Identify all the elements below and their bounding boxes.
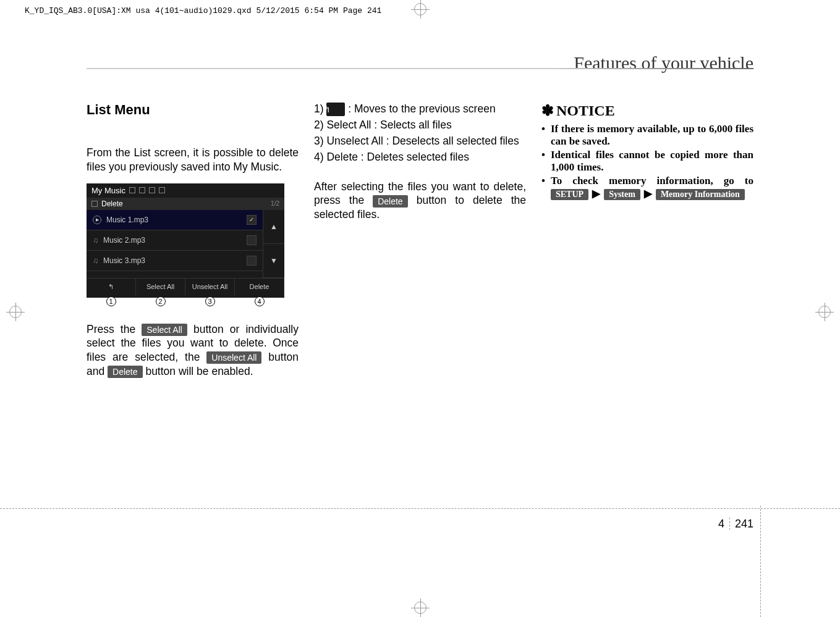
list-item-3[interactable]: ♫ Music 3.mp3	[87, 251, 263, 271]
my-music-screenshot: My Music Delete 1/2 ▶ Music 1.mp3 ✓	[87, 183, 284, 298]
bluetooth-icon	[129, 187, 135, 193]
note-icon: ♫	[93, 256, 98, 265]
notice-bullet-2: Identical files cannot be copied more th…	[541, 149, 753, 174]
system-inline-button: System	[604, 189, 640, 200]
checkbox-3[interactable]	[247, 256, 257, 266]
left-register-mark	[6, 303, 25, 321]
bottom-register-mark	[411, 598, 430, 617]
callout-2: 2	[156, 296, 166, 306]
play-icon: ▶	[93, 216, 101, 224]
trim-dashed-line	[0, 508, 840, 509]
column-2: 1) ↰ : Moves to the previous screen 2) S…	[314, 102, 526, 379]
callout-4: 4	[255, 296, 265, 306]
file-name-3: Music 3.mp3	[103, 256, 145, 265]
unselect-all-button[interactable]: Unselect All 3	[185, 279, 235, 295]
callout-1: 1	[106, 296, 116, 306]
list-item-2[interactable]: ♫ Music 2.mp3	[87, 230, 263, 251]
arrow-icon: ▶	[592, 187, 600, 200]
print-header-line: K_YD_IQS_AB3.0[USA]:XM usa 4(101~audio)1…	[25, 6, 381, 15]
list-icon	[91, 201, 98, 207]
notice-bullet-3: To check memory information, go to SETUP…	[541, 175, 753, 200]
battery-icon	[149, 187, 155, 193]
list-menu-heading: List Menu	[87, 102, 299, 118]
top-register-mark	[411, 0, 430, 19]
checkbox-2[interactable]	[247, 235, 257, 245]
scroll-down-button[interactable]: ▼	[263, 244, 284, 278]
select-all-button[interactable]: Select All 2	[136, 279, 185, 295]
back-icon: ↰	[108, 283, 114, 291]
column-3: ✽NOTICE If there is memory available, up…	[541, 102, 753, 379]
page-title: Features of your vehicle	[574, 52, 753, 73]
delete-inline-button: Delete	[108, 366, 142, 378]
item-2: 2) Select All : Selects all files	[314, 118, 526, 132]
delete-footer-button[interactable]: Delete 4	[235, 279, 284, 295]
column-1: List Menu From the List screen, it is po…	[87, 102, 299, 379]
callout-3: 3	[205, 296, 215, 306]
page-number: 241	[735, 518, 753, 530]
right-register-mark	[815, 303, 834, 321]
checkbox-1[interactable]: ✓	[247, 215, 257, 225]
file-name-1: Music 1.mp3	[106, 216, 148, 224]
item-1: 1) ↰ : Moves to the previous screen	[314, 102, 526, 116]
after-selecting-paragraph: After selecting the files you want to de…	[314, 180, 526, 222]
note-icon: ♫	[93, 236, 98, 245]
select-all-inline-button: Select All	[142, 324, 187, 336]
item-3: 3) Unselect All : Deselects all selected…	[314, 134, 526, 148]
delete-header-label: Delete	[101, 199, 123, 208]
scroll-up-button[interactable]: ▲	[263, 210, 284, 244]
pager-text: 1/2	[271, 200, 279, 207]
my-music-label: My Music	[91, 186, 125, 195]
notice-star-icon: ✽	[541, 103, 554, 119]
instruction-paragraph: Press the Select All button or individua…	[87, 322, 299, 379]
trim-vertical-dashed	[760, 506, 761, 617]
notice-bullet-1: If there is memory available, up to 6,00…	[541, 123, 753, 148]
signal-icon	[159, 187, 165, 193]
setup-inline-button: SETUP	[551, 189, 588, 200]
delete-inline-button-2: Delete	[373, 195, 407, 208]
item-4: 4) Delete : Deletes selected files	[314, 150, 526, 164]
title-underline	[87, 68, 753, 69]
back-icon-inline: ↰	[326, 103, 345, 116]
memory-info-inline-button: Memory Information	[656, 189, 745, 200]
file-name-2: Music 2.mp3	[103, 236, 145, 245]
intro-paragraph: From the List screen, it is possible to …	[87, 146, 299, 174]
disc-icon	[139, 187, 145, 193]
chapter-number: 4	[718, 518, 730, 530]
arrow-icon: ▶	[644, 187, 652, 200]
page-footer: 4241	[718, 518, 753, 531]
back-button[interactable]: ↰ 1	[87, 279, 136, 295]
list-item-1[interactable]: ▶ Music 1.mp3 ✓	[87, 210, 263, 230]
unselect-all-inline-button: Unselect All	[206, 351, 261, 364]
notice-heading: NOTICE	[556, 103, 615, 119]
